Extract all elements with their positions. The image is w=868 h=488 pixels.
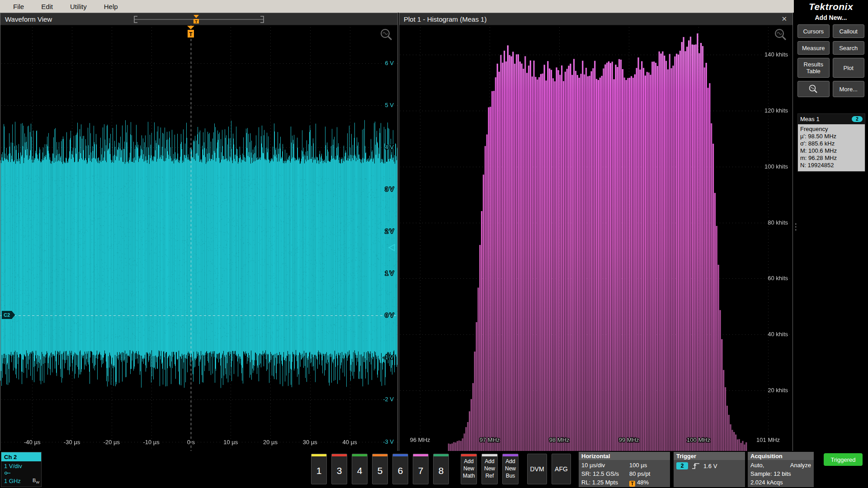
waveform-view-header[interactable]: Waveform View T bbox=[0, 13, 397, 25]
menu-file[interactable]: File bbox=[5, 1, 33, 12]
waveform-view-panel: Waveform View T T C2 bbox=[0, 13, 398, 451]
callout-button[interactable]: Callout bbox=[833, 24, 865, 38]
add-new-math-label: Add New Math bbox=[461, 458, 476, 479]
meas1-body: Frequency µ': 98.50 MHz σ': 885.6 kHz M:… bbox=[798, 124, 865, 171]
channel-4-button[interactable]: 4 bbox=[352, 454, 368, 484]
histogram-title: Plot 1 - Histogram (Meas 1) bbox=[399, 15, 486, 23]
channel-button-row: 1 3 4 5 6 7 8 bbox=[311, 454, 449, 484]
bottom-bar: Ch 2 1 V/div 1 GHz BW 1 3 bbox=[0, 451, 868, 488]
meas1-max: M: 100.6 MHz bbox=[800, 147, 863, 155]
channel-1-button[interactable]: 1 bbox=[311, 454, 327, 484]
channel-7-number: 7 bbox=[413, 456, 428, 485]
add-new-label: Add New... bbox=[794, 14, 868, 21]
channel-2-bandwidth: 1 GHz bbox=[4, 478, 21, 484]
channel-5-button[interactable]: 5 bbox=[372, 454, 388, 484]
acquisition-sample-bits: Sample: 12 bits bbox=[750, 469, 811, 478]
channel-2-scale: 1 V/div bbox=[4, 463, 38, 469]
menu-help[interactable]: Help bbox=[95, 1, 127, 12]
sidebar: Tektronix Add New... Cursors Callout Mea… bbox=[794, 0, 868, 451]
meas1-count: N: 19924852 bbox=[800, 162, 863, 169]
waveform-inspector-button[interactable] bbox=[797, 81, 830, 97]
histogram-canvas[interactable] bbox=[399, 25, 793, 451]
acquisition-settings: Auto, Analyze Sample: 12 bits 2.024 kAcq… bbox=[748, 460, 814, 488]
trigger-source-badge: 2 bbox=[676, 462, 688, 469]
sample-rate: SR: 12.5 GS/s bbox=[581, 469, 629, 478]
resolution: 80 ps/pt bbox=[629, 469, 667, 478]
meas1-title: Meas 1 bbox=[800, 116, 820, 122]
bus-color-strip bbox=[503, 454, 518, 456]
channel-2-marker-label: C2 bbox=[4, 312, 10, 318]
record-length: RL: 1.25 Mpts bbox=[581, 478, 629, 487]
channel-3-button[interactable]: 3 bbox=[331, 454, 347, 484]
channel-3-number: 3 bbox=[332, 456, 347, 485]
dvm-button[interactable]: DVM bbox=[527, 454, 547, 484]
zoom-icon[interactable] bbox=[774, 28, 787, 41]
bandwidth-limit-indicator: BW bbox=[33, 478, 39, 484]
acquisition-mode: Auto, bbox=[750, 461, 790, 469]
trigger-flag-label: T bbox=[189, 31, 193, 38]
channel-7-button[interactable]: 7 bbox=[413, 454, 429, 484]
trigger-position-percent: 48% bbox=[637, 479, 649, 486]
trigger-level: 1.6 V bbox=[703, 463, 717, 469]
horizontal-panel[interactable]: Horizontal 10 µs/div 100 µs SR: 12.5 GS/… bbox=[579, 452, 670, 487]
add-new-math-button[interactable]: Add New Math bbox=[461, 454, 477, 484]
channel-2-label: Ch 2 bbox=[4, 454, 17, 460]
trigger-level-arrow[interactable] bbox=[387, 243, 396, 252]
horizontal-scale: 10 µs/div bbox=[581, 461, 629, 469]
measure-button[interactable]: Measure bbox=[797, 41, 830, 55]
add-new-ref-label: Add New Ref bbox=[482, 458, 497, 479]
meas1-header: Meas 1 2 bbox=[798, 114, 865, 124]
meas1-stddev: σ': 885.6 kHz bbox=[800, 140, 863, 147]
more-button[interactable]: More... bbox=[833, 81, 865, 97]
search-button[interactable]: Search bbox=[833, 41, 865, 55]
acquisition-analyze: Analyze bbox=[790, 461, 811, 469]
add-new-bus-button[interactable]: Add New Bus bbox=[502, 454, 519, 484]
channel-8-button[interactable]: 8 bbox=[433, 454, 449, 484]
oscilloscope-screen: File Edit Utility Help Waveform View T T bbox=[0, 0, 868, 488]
rising-edge-icon bbox=[691, 462, 700, 470]
ref-color-strip bbox=[482, 454, 497, 456]
trigger-position-cell: T48% bbox=[629, 478, 667, 487]
horizontal-settings: 10 µs/div 100 µs SR: 12.5 GS/s 80 ps/pt … bbox=[579, 460, 670, 488]
close-icon[interactable]: ✕ bbox=[781, 15, 787, 23]
horizontal-duration: 100 µs bbox=[629, 461, 667, 469]
meas1-source-badge: 2 bbox=[852, 116, 863, 122]
record-position-ruler[interactable]: T bbox=[133, 14, 264, 24]
results-table-button[interactable]: Results Table bbox=[797, 58, 830, 78]
add-new-ref-button[interactable]: Add New Ref bbox=[481, 454, 498, 484]
channel-4-number: 4 bbox=[352, 456, 367, 485]
acquisition-panel[interactable]: Acquisition Auto, Analyze Sample: 12 bit… bbox=[748, 452, 814, 487]
histogram-header[interactable]: Plot 1 - Histogram (Meas 1) ✕ bbox=[399, 13, 793, 25]
trigger-position-flag[interactable]: T bbox=[186, 26, 196, 39]
search-zoom-icon bbox=[808, 84, 818, 94]
add-new-bus-label: Add New Bus bbox=[503, 458, 518, 479]
trigger-panel[interactable]: Trigger 2 1.6 V bbox=[674, 452, 745, 487]
zoom-icon[interactable] bbox=[379, 28, 393, 41]
tektronix-logo: Tektronix bbox=[794, 1, 868, 12]
channel-6-number: 6 bbox=[393, 456, 408, 485]
waveform-view-title: Waveform View bbox=[0, 15, 52, 23]
math-color-strip bbox=[461, 454, 476, 456]
channel-6-button[interactable]: 6 bbox=[392, 454, 408, 484]
menu-utility[interactable]: Utility bbox=[61, 1, 95, 12]
channel-2-badge-header: Ch 2 bbox=[1, 452, 41, 461]
histogram-panel: Plot 1 - Histogram (Meas 1) ✕ bbox=[399, 13, 793, 451]
trigger-title: Trigger bbox=[674, 452, 745, 460]
channel-8-number: 8 bbox=[434, 456, 448, 485]
add-new-button-grid: Cursors Callout Measure Search Results T… bbox=[797, 24, 864, 97]
menu-edit[interactable]: Edit bbox=[33, 1, 61, 12]
meas1-min: m: 96.28 MHz bbox=[800, 155, 863, 162]
afg-button[interactable]: AFG bbox=[552, 454, 571, 484]
channel-2-marker[interactable]: C2 bbox=[1, 310, 16, 319]
panel-resize-handle[interactable]: ⋮ bbox=[792, 224, 796, 243]
meas1-badge[interactable]: Meas 1 2 Frequency µ': 98.50 MHz σ': 885… bbox=[797, 113, 865, 172]
meas1-mean: µ': 98.50 MHz bbox=[800, 133, 863, 140]
channel-2-badge[interactable]: Ch 2 1 V/div 1 GHz BW bbox=[1, 452, 42, 487]
add-new-row: Add New Math Add New Ref Add New Bus bbox=[461, 454, 519, 484]
waveform-canvas[interactable] bbox=[0, 25, 397, 451]
cursors-button[interactable]: Cursors bbox=[797, 24, 830, 38]
ruler-trigger-marker-icon bbox=[193, 15, 199, 18]
meas1-name: Frequency bbox=[800, 126, 863, 133]
plot-button[interactable]: Plot bbox=[833, 58, 865, 78]
channel-2-badge-body: 1 V/div 1 GHz BW bbox=[1, 461, 41, 479]
